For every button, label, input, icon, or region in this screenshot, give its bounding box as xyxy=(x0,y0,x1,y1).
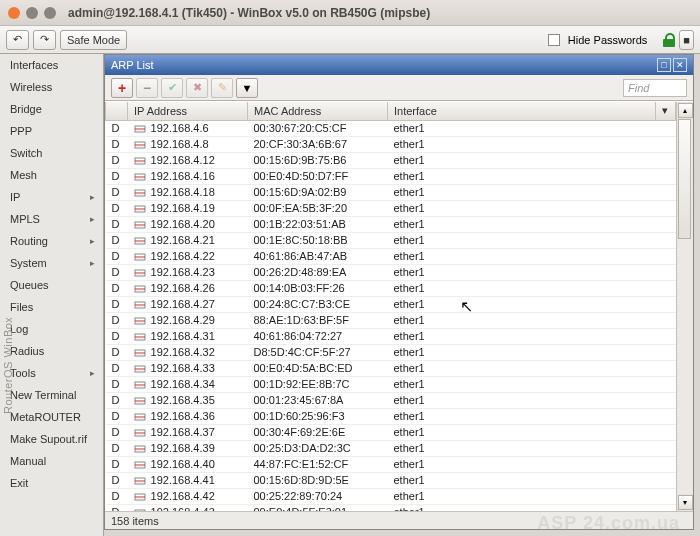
table-row[interactable]: D 192.168.4.1600:E0:4D:50:D7:FFether1 xyxy=(106,168,676,184)
col-ip[interactable]: IP Address xyxy=(128,102,248,120)
scroll-down-button[interactable]: ▾ xyxy=(678,495,693,510)
cell-blank xyxy=(656,376,676,392)
table-row[interactable]: D 192.168.4.2988:AE:1D:63:BF:5Fether1 xyxy=(106,312,676,328)
safe-mode-button[interactable]: Safe Mode xyxy=(60,30,127,50)
remove-button[interactable]: − xyxy=(136,78,158,98)
col-flag[interactable] xyxy=(106,102,128,120)
table-row[interactable]: D 192.168.4.4044:87:FC:E1:52:CFether1 xyxy=(106,456,676,472)
table-row[interactable]: D 192.168.4.2000:1B:22:03:51:ABether1 xyxy=(106,216,676,232)
sidebar-item-queues[interactable]: Queues xyxy=(0,274,103,296)
table-row[interactable]: D 192.168.4.1200:15:6D:9B:75:B6ether1 xyxy=(106,152,676,168)
table-row[interactable]: D 192.168.4.3300:E0:4D:5A:BC:EDether1 xyxy=(106,360,676,376)
scroll-up-button[interactable]: ▴ xyxy=(678,103,693,118)
find-input[interactable]: Find xyxy=(623,79,687,97)
window-detach-button[interactable]: □ xyxy=(657,58,671,72)
cell-blank xyxy=(656,392,676,408)
sidebar-item-radius[interactable]: Radius xyxy=(0,340,103,362)
table-row[interactable]: D 192.168.4.1900:0F:EA:5B:3F:20ether1 xyxy=(106,200,676,216)
cell-mac: 00:25:22:89:70:24 xyxy=(248,488,388,504)
entry-icon xyxy=(134,490,148,502)
window-close-button[interactable]: ✕ xyxy=(673,58,687,72)
sidebar-item-tools[interactable]: Tools▸ xyxy=(0,362,103,384)
table-row[interactable]: D 192.168.4.3700:30:4F:69:2E:6Eether1 xyxy=(106,424,676,440)
entry-icon xyxy=(134,394,148,406)
sidebar-item-mesh[interactable]: Mesh xyxy=(0,164,103,186)
scroll-track[interactable] xyxy=(678,119,693,494)
dashboard-button[interactable]: ■ xyxy=(679,30,694,50)
table-row[interactable]: D 192.168.4.820:CF:30:3A:6B:67ether1 xyxy=(106,136,676,152)
row-flag: D xyxy=(106,312,128,328)
filter-button[interactable]: ▼ xyxy=(236,78,258,98)
sidebar-item-make-supout-rif[interactable]: Make Supout.rif xyxy=(0,428,103,450)
os-maximize-button[interactable] xyxy=(44,7,56,19)
arp-list-window: ARP List □ ✕ + − ✔ ✖ ✎ ▼ Find xyxy=(104,54,694,530)
cell-ip: 192.168.4.39 xyxy=(128,440,248,456)
cell-ip: 192.168.4.8 xyxy=(128,136,248,152)
add-button[interactable]: + xyxy=(111,78,133,98)
redo-icon: ↷ xyxy=(40,33,49,46)
col-mac[interactable]: MAC Address xyxy=(248,102,388,120)
sidebar-item-exit[interactable]: Exit xyxy=(0,472,103,494)
table-row[interactable]: D 192.168.4.3400:1D:92:EE:8B:7Cether1 xyxy=(106,376,676,392)
sidebar-item-system[interactable]: System▸ xyxy=(0,252,103,274)
vertical-scrollbar[interactable]: ▴ ▾ xyxy=(676,102,693,511)
cell-ip: 192.168.4.19 xyxy=(128,200,248,216)
table-row[interactable]: D 192.168.4.600:30:67:20:C5:CFether1 xyxy=(106,120,676,136)
table-row[interactable]: D 192.168.4.2700:24:8C:C7:B3:CEether1 xyxy=(106,296,676,312)
sidebar-item-metarouter[interactable]: MetaROUTER xyxy=(0,406,103,428)
table-row[interactable]: D 192.168.4.3600:1D:60:25:96:F3ether1 xyxy=(106,408,676,424)
table-row[interactable]: D 192.168.4.2100:1E:8C:50:18:BBether1 xyxy=(106,232,676,248)
sidebar-item-label: PPP xyxy=(10,125,32,137)
cell-mac: 00:15:6D:9B:75:B6 xyxy=(248,152,388,168)
lock-icon[interactable] xyxy=(663,33,675,47)
sidebar-item-routing[interactable]: Routing▸ xyxy=(0,230,103,252)
comment-button[interactable]: ✎ xyxy=(211,78,233,98)
table-row[interactable]: D 192.168.4.3140:61:86:04:72:27ether1 xyxy=(106,328,676,344)
os-minimize-button[interactable] xyxy=(26,7,38,19)
table-row[interactable]: D 192.168.4.2240:61:86:AB:47:ABether1 xyxy=(106,248,676,264)
table-row[interactable]: D 192.168.4.2600:14:0B:03:FF:26ether1 xyxy=(106,280,676,296)
sidebar-item-wireless[interactable]: Wireless xyxy=(0,76,103,98)
entry-icon xyxy=(134,442,148,454)
os-close-button[interactable] xyxy=(8,7,20,19)
disable-button[interactable]: ✖ xyxy=(186,78,208,98)
sidebar-item-ip[interactable]: IP▸ xyxy=(0,186,103,208)
comment-icon: ✎ xyxy=(218,81,227,94)
table-row[interactable]: D 192.168.4.2300:26:2D:48:89:EAether1 xyxy=(106,264,676,280)
table-row[interactable]: D 192.168.4.3500:01:23:45:67:8Aether1 xyxy=(106,392,676,408)
table-row[interactable]: D 192.168.4.4100:15:6D:8D:9D:5Eether1 xyxy=(106,472,676,488)
enable-button[interactable]: ✔ xyxy=(161,78,183,98)
cell-ip: 192.168.4.33 xyxy=(128,360,248,376)
sidebar-item-switch[interactable]: Switch xyxy=(0,142,103,164)
undo-button[interactable]: ↶ xyxy=(6,30,29,50)
col-dropdown[interactable]: ▾ xyxy=(656,102,676,120)
window-titlebar[interactable]: ARP List □ ✕ xyxy=(105,55,693,75)
entry-icon xyxy=(134,138,148,150)
sidebar-item-bridge[interactable]: Bridge xyxy=(0,98,103,120)
cell-mac: 00:E0:4D:50:D7:FF xyxy=(248,168,388,184)
undo-icon: ↶ xyxy=(13,33,22,46)
sidebar-item-interfaces[interactable]: Interfaces xyxy=(0,54,103,76)
sidebar-item-ppp[interactable]: PPP xyxy=(0,120,103,142)
table-row[interactable]: D 192.168.4.1800:15:6D:9A:02:B9ether1 xyxy=(106,184,676,200)
sidebar-item-mpls[interactable]: MPLS▸ xyxy=(0,208,103,230)
cell-ip: 192.168.4.41 xyxy=(128,472,248,488)
sidebar-item-new-terminal[interactable]: New Terminal xyxy=(0,384,103,406)
hide-passwords-checkbox[interactable] xyxy=(548,34,560,46)
cell-ip: 192.168.4.43 xyxy=(128,504,248,511)
table-row[interactable]: D 192.168.4.32D8:5D:4C:CF:5F:27ether1 xyxy=(106,344,676,360)
sidebar-item-manual[interactable]: Manual xyxy=(0,450,103,472)
sidebar-item-log[interactable]: Log xyxy=(0,318,103,340)
redo-button[interactable]: ↷ xyxy=(33,30,56,50)
cell-interface: ether1 xyxy=(388,440,656,456)
sidebar-item-files[interactable]: Files xyxy=(0,296,103,318)
table-row[interactable]: D 192.168.4.4300:E0:4D:5F:E3:01ether1 xyxy=(106,504,676,511)
scroll-thumb[interactable] xyxy=(678,119,691,239)
table-row[interactable]: D 192.168.4.4200:25:22:89:70:24ether1 xyxy=(106,488,676,504)
cell-interface: ether1 xyxy=(388,184,656,200)
cell-blank xyxy=(656,456,676,472)
col-interface[interactable]: Interface xyxy=(388,102,656,120)
cell-mac: 00:30:4F:69:2E:6E xyxy=(248,424,388,440)
table-row[interactable]: D 192.168.4.3900:25:D3:DA:D2:3Cether1 xyxy=(106,440,676,456)
table-scroll[interactable]: IP Address MAC Address Interface ▾ D 192… xyxy=(105,102,676,511)
